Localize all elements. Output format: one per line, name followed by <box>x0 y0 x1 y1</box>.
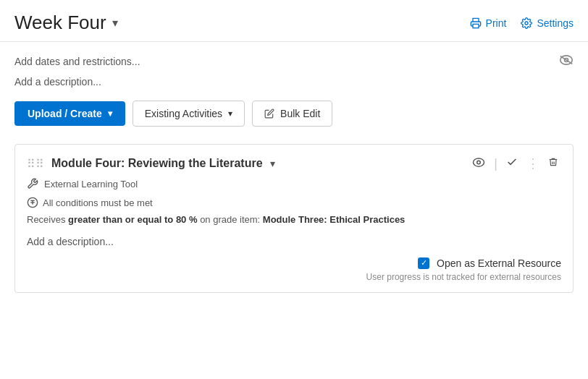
existing-activities-button[interactable]: Existing Activities ▾ <box>133 101 245 127</box>
module-title-row: ⠿⠿ Module Four: Reviewing the Literature… <box>27 157 275 171</box>
add-description-top[interactable]: Add a description... <box>14 76 574 88</box>
print-button[interactable]: Print <box>470 17 507 29</box>
top-bar: Week Four ▾ Print Settings <box>0 0 588 42</box>
conditions-label: All conditions must be met <box>43 197 153 208</box>
settings-label: Settings <box>537 17 574 29</box>
bulk-edit-button[interactable]: Bulk Edit <box>252 101 332 127</box>
add-dates-row: Add dates and restrictions... <box>14 54 574 69</box>
module-delete-icon[interactable] <box>545 155 561 172</box>
page-title: Week Four <box>14 12 106 34</box>
settings-button[interactable]: Settings <box>521 17 574 29</box>
open-external-checkbox[interactable]: ✓ <box>418 257 429 269</box>
tool-icon <box>27 178 38 190</box>
conditions-mid: on grade item: <box>198 214 263 225</box>
svg-point-5 <box>474 158 484 166</box>
module-actions: | ⋮ <box>469 155 561 172</box>
drag-handle-icon[interactable]: ⠿⠿ <box>27 157 44 171</box>
module-visibility-icon[interactable] <box>469 156 488 171</box>
conditions-item: Module Three: Ethical Practices <box>263 214 406 225</box>
module-expand-icon[interactable]: ▾ <box>270 158 275 169</box>
bulk-edit-label: Bulk Edit <box>280 108 320 119</box>
open-external-label: Open as External Resource <box>437 257 561 269</box>
divider-2: ⋮ <box>526 156 539 171</box>
conditions-bold: greater than or equal to 80 % <box>68 214 197 225</box>
module-add-description[interactable]: Add a description... <box>27 236 561 247</box>
existing-activities-label: Existing Activities <box>145 108 222 119</box>
print-label: Print <box>486 17 507 29</box>
top-actions: Print Settings <box>470 17 574 29</box>
svg-rect-0 <box>473 24 479 27</box>
settings-icon <box>521 17 532 29</box>
module-title: Module Four: Reviewing the Literature <box>51 157 263 170</box>
upload-create-button[interactable]: Upload / Create ▾ <box>14 101 125 126</box>
title-area: Week Four ▾ <box>14 12 118 34</box>
conditions-icon <box>27 197 38 208</box>
existing-activities-arrow-icon: ▾ <box>228 108 232 119</box>
toolbar: Upload / Create ▾ Existing Activities ▾ … <box>14 101 574 127</box>
conditions-row: All conditions must be met <box>27 197 561 208</box>
module-check-icon[interactable] <box>503 155 521 172</box>
pencil-icon <box>264 108 274 119</box>
print-icon <box>470 17 482 29</box>
visibility-icon[interactable] <box>559 54 574 69</box>
divider-1: | <box>494 156 497 171</box>
title-chevron-icon[interactable]: ▾ <box>112 16 118 30</box>
svg-point-1 <box>525 22 528 25</box>
content-area: Add dates and restrictions... Add a desc… <box>0 42 588 313</box>
upload-create-label: Upload / Create <box>28 108 102 119</box>
add-dates-text[interactable]: Add dates and restrictions... <box>14 56 140 67</box>
external-tool-row: External Learning Tool <box>27 178 561 190</box>
svg-point-6 <box>477 161 481 164</box>
module-section: ⠿⠿ Module Four: Reviewing the Literature… <box>14 144 574 293</box>
conditions-prefix: Receives <box>27 214 68 225</box>
external-resource-row: ✓ Open as External Resource <box>27 257 561 269</box>
upload-create-arrow-icon: ▾ <box>108 108 112 119</box>
user-progress-note: User progress is not tracked for externa… <box>27 272 561 282</box>
conditions-text: Receives greater than or equal to 80 % o… <box>27 213 561 227</box>
external-tool-label: External Learning Tool <box>44 179 138 190</box>
module-header: ⠿⠿ Module Four: Reviewing the Literature… <box>27 155 561 172</box>
